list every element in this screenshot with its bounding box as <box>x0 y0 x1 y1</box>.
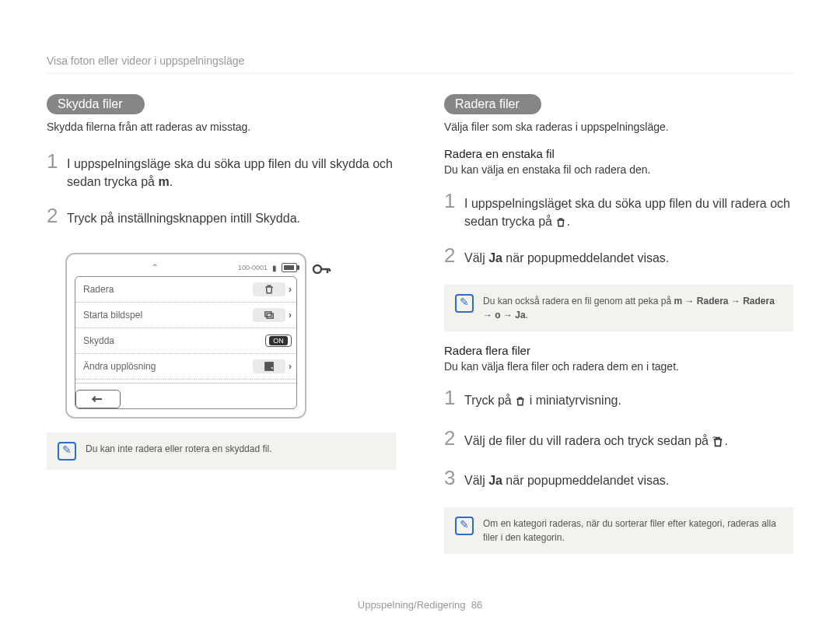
footer-page: 86 <box>471 599 482 611</box>
slideshow-icon <box>253 308 285 322</box>
manual-page: Visa foton eller videor i uppspelningslä… <box>0 0 840 634</box>
right-column: Radera ﬁler Välja ﬁler som ska raderas i… <box>444 94 793 554</box>
delete-single-steps: 1 I uppspelningsläget ska du söka upp ﬁl… <box>444 187 793 271</box>
step-text: I uppspelningsläge ska du söka upp ﬁlen … <box>67 155 396 191</box>
settings-panel: Radera › Starta bildspel › S <box>75 276 297 409</box>
toggle-on[interactable]: ON <box>265 335 292 347</box>
trash-icon <box>253 282 285 296</box>
protect-steps: 1 I uppspelningsläge ska du söka upp ﬁle… <box>47 147 396 231</box>
image-counter: 100-0001 <box>238 264 268 271</box>
step: 3 Välj Ja när popupmeddelandet visas. <box>444 464 793 493</box>
step-text: Välj Ja när popupmeddelandet visas. <box>464 249 669 267</box>
section-heading-protect: Skydda ﬁler <box>47 94 145 114</box>
device-bottom-bar <box>75 383 296 408</box>
note-delete-multi: ✎ Om en kategori raderas, när du sortera… <box>444 507 793 554</box>
breadcrumb: Visa foton eller videor i uppspelningslä… <box>47 54 793 74</box>
step-number: 2 <box>47 201 67 231</box>
two-column-layout: Skydda ﬁler Skydda ﬁlerna från att rader… <box>47 94 793 554</box>
up-arrow-icon: ⌃ <box>75 262 235 273</box>
resize-icon <box>253 359 285 373</box>
on-label: ON <box>269 336 288 345</box>
menu-row-delete[interactable]: Radera › <box>75 277 296 303</box>
step-number: 3 <box>444 464 464 493</box>
chevron-right-icon: › <box>289 310 292 321</box>
footer-section: Uppspelning/Redigering <box>358 599 466 611</box>
step: 2 Välj Ja när popupmeddelandet visas. <box>444 241 793 271</box>
device-status-bar: ⌃ 100-0001 ▮ <box>75 262 297 273</box>
key-icon <box>311 259 331 282</box>
delete-intro: Välja ﬁler som ska raderas i uppspelning… <box>444 121 793 133</box>
step: 2 Välj de ﬁler du vill radera och tryck … <box>444 424 793 454</box>
protect-intro: Skydda ﬁlerna från att raderas av missta… <box>47 121 396 133</box>
step-text: Välj de ﬁler du vill radera och tryck se… <box>464 432 728 450</box>
step-number: 2 <box>444 241 464 271</box>
info-icon: ✎ <box>455 517 474 535</box>
step: 1 I uppspelningsläget ska du söka upp ﬁl… <box>444 187 793 230</box>
section-heading-delete: Radera ﬁler <box>444 94 541 114</box>
step-number: 1 <box>47 147 67 177</box>
step-text: Välj Ja när popupmeddelandet visas. <box>464 471 669 489</box>
trash-icon <box>555 217 566 228</box>
step-text: I uppspelningsläget ska du söka upp ﬁlen… <box>464 194 793 230</box>
step-text: Tryck på inställningsknappen intill Skyd… <box>67 209 300 227</box>
menu-row-slideshow[interactable]: Starta bildspel › <box>75 303 296 328</box>
trash-icon <box>515 396 526 407</box>
left-column: Skydda ﬁler Skydda ﬁlerna från att rader… <box>47 94 396 554</box>
note-text: Du kan också radera en ﬁl genom att peka… <box>483 294 782 322</box>
delete-multi-heading: Radera ﬂera ﬁler <box>444 344 793 357</box>
step-text: Tryck på i miniatyrvisning. <box>464 391 621 409</box>
step-number: 1 <box>444 187 464 216</box>
note-delete-single: ✎ Du kan också radera en ﬁl genom att pe… <box>444 285 793 331</box>
sd-card-icon: ▮ <box>272 264 277 272</box>
delete-single-desc: Du kan välja en enstaka ﬁl och radera de… <box>444 163 793 176</box>
info-icon: ✎ <box>455 294 474 313</box>
menu-glyph: m <box>158 175 169 188</box>
delete-single-heading: Radera en enstaka ﬁl <box>444 147 793 160</box>
svg-point-4 <box>313 265 321 273</box>
back-button[interactable] <box>75 390 121 408</box>
note-text: Om en kategori raderas, när du sorterar … <box>483 517 782 545</box>
menu-row-resize[interactable]: Ändra upplösning › <box>75 354 296 380</box>
menu-row-protect[interactable]: Skydda ON <box>75 328 296 354</box>
chevron-right-icon: › <box>289 284 292 295</box>
step: 2 Tryck på inställningsknappen intill Sk… <box>47 201 396 231</box>
step-number: 1 <box>444 384 464 413</box>
delete-multi-desc: Du kan välja ﬂera ﬁler och radera dem en… <box>444 360 793 373</box>
note-protect: ✎ Du kan inte radera eller rotera en sky… <box>47 433 396 470</box>
delete-multi-steps: 1 Tryck på i miniatyrvisning. 2 Välj de … <box>444 384 793 493</box>
camera-screen-mock: ⌃ 100-0001 ▮ Radera › Starta <box>65 253 306 419</box>
step: 1 Tryck på i miniatyrvisning. <box>444 384 793 413</box>
step-number: 2 <box>444 424 464 454</box>
battery-icon <box>282 263 297 272</box>
chevron-right-icon: › <box>289 361 292 372</box>
trash-icon <box>712 436 724 448</box>
note-text: Du kan inte radera eller rotera en skydd… <box>86 442 271 456</box>
info-icon: ✎ <box>58 442 76 461</box>
page-footer: Uppspelning/Redigering 86 <box>0 599 840 611</box>
step: 1 I uppspelningsläge ska du söka upp ﬁle… <box>47 147 396 191</box>
